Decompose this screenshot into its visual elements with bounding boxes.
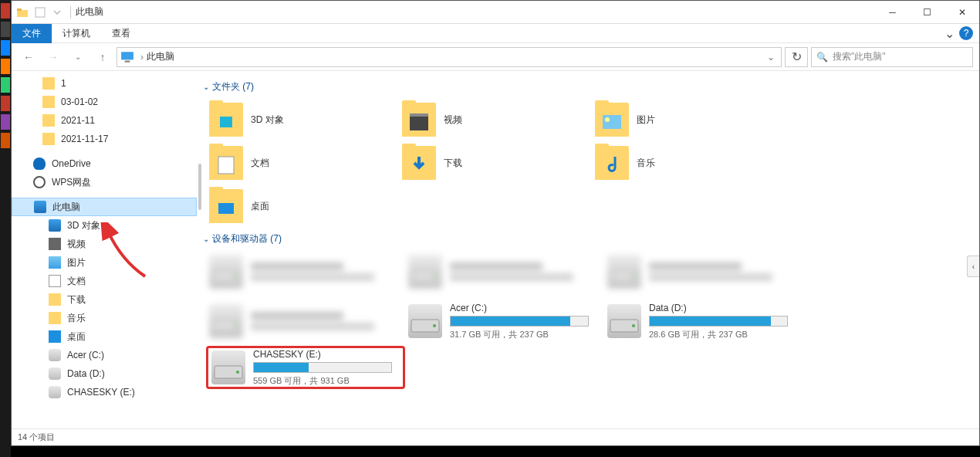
drive-available: 28.6 GB 可用，共 237 GB	[649, 329, 788, 340]
sidebar-item-3d-[interactable]: 3D 对象	[12, 216, 197, 235]
sidebar-item--[interactable]: 音乐	[12, 309, 197, 327]
sidebar-item--[interactable]: 图片	[12, 253, 197, 272]
drive-icon	[211, 350, 245, 384]
up-button[interactable]: ↑	[92, 46, 113, 68]
content-pane[interactable]: ⌄ 文件夹 (7) 3D 对象视频图片文档下载音乐桌面 ⌄ 设备和驱动器 (7)…	[201, 71, 979, 428]
ic-folder-s-icon	[42, 114, 55, 127]
folder-item[interactable]: 视频	[402, 98, 595, 141]
sidebar-item-acer-c-[interactable]: Acer (C:)	[12, 346, 197, 364]
drive-item[interactable]	[209, 250, 402, 293]
drive-icon	[209, 304, 243, 338]
sidebar-item-label: 桌面	[67, 330, 86, 344]
svg-rect-14	[218, 157, 234, 174]
svg-point-30	[632, 324, 635, 327]
chevron-down-icon: ⌄	[203, 83, 209, 91]
sidebar-item--[interactable]: 下载	[12, 290, 197, 309]
ic-desktop-icon	[49, 330, 61, 343]
sidebar-item-onedrive[interactable]: OneDrive	[12, 154, 197, 173]
ic-doc-icon	[49, 275, 61, 287]
folder-item[interactable]: 文档	[209, 141, 402, 184]
tab-computer[interactable]: 计算机	[52, 24, 101, 43]
status-bar: 14 个项目	[12, 428, 979, 445]
section-folders[interactable]: ⌄ 文件夹 (7)	[201, 76, 972, 98]
ribbon-tabs: 文件 计算机 查看 ⌄ ?	[12, 24, 979, 43]
drive-usage-bar	[649, 316, 788, 327]
recent-dropdown[interactable]: ⌄	[67, 46, 89, 68]
ribbon-collapse-icon[interactable]: ⌄	[945, 26, 955, 41]
drive-item[interactable]: CHASESKY (E:)559 GB 可用，共 931 GB	[206, 346, 405, 389]
panel-handle[interactable]: ‹	[967, 256, 979, 277]
sidebar-item-label: Acer (C:)	[67, 350, 104, 361]
sidebar-item-2021-11[interactable]: 2021-11	[12, 111, 197, 130]
folder-item[interactable]: 音乐	[595, 141, 788, 184]
qat-icon-1[interactable]	[34, 6, 46, 19]
drive-item[interactable]: Acer (C:)31.7 GB 可用，共 237 GB	[408, 300, 601, 343]
tab-view[interactable]: 查看	[101, 24, 141, 43]
folder-icon	[595, 146, 629, 180]
svg-rect-11	[603, 115, 621, 129]
drive-icon	[408, 255, 442, 289]
drive-available: 31.7 GB 可用，共 237 GB	[450, 329, 589, 340]
sidebar-item--[interactable]: 文档	[12, 272, 197, 290]
svg-point-24	[632, 275, 635, 278]
drive-icon	[607, 255, 641, 289]
sidebar-item-2021-11-17[interactable]: 2021-11-17	[12, 130, 197, 148]
qat-dropdown-icon[interactable]	[51, 6, 63, 19]
breadcrumb[interactable]: 此电脑	[147, 50, 174, 63]
item-count: 14 个项目	[18, 432, 55, 443]
sidebar-item-chasesky-e-[interactable]: CHASESKY (E:)	[12, 383, 197, 401]
drive-item[interactable]: Data (D:)28.6 GB 可用，共 237 GB	[607, 300, 800, 343]
this-pc-icon	[120, 50, 134, 64]
drive-name: CHASESKY (E:)	[253, 349, 392, 360]
folder-icon	[209, 146, 243, 180]
folder-icon	[402, 103, 436, 137]
sidebar-item--[interactable]: 桌面	[12, 327, 197, 346]
sidebar-item-wps-[interactable]: WPS网盘	[12, 173, 197, 191]
folder-label: 文档	[251, 157, 269, 170]
section-devices[interactable]: ⌄ 设备和驱动器 (7)	[201, 228, 972, 250]
folder-icon	[402, 146, 436, 180]
sidebar-item--[interactable]: 视频	[12, 235, 197, 253]
sidebar-item-03-01-02[interactable]: 03-01-02	[12, 93, 197, 111]
sidebar-item-1[interactable]: 1	[12, 74, 197, 93]
help-button[interactable]: ?	[959, 26, 973, 40]
title-bar: 此电脑 ─ ☐ ✕	[12, 1, 979, 24]
ic-drive-icon	[49, 386, 61, 398]
folder-item[interactable]: 图片	[595, 98, 788, 141]
search-input[interactable]: 🔍 搜索"此电脑"	[811, 47, 973, 67]
sidebar-item-data-d-[interactable]: Data (D:)	[12, 364, 197, 383]
close-button[interactable]: ✕	[945, 1, 979, 24]
navigation-pane[interactable]: 103-01-022021-112021-11-17OneDriveWPS网盘此…	[12, 71, 197, 428]
folder-icon	[209, 189, 243, 223]
drive-icon	[408, 304, 442, 338]
search-icon: 🔍	[816, 52, 828, 63]
folder-label: 3D 对象	[251, 113, 284, 127]
drive-usage-bar	[253, 362, 392, 373]
folder-item[interactable]: 3D 对象	[209, 98, 402, 141]
drive-name: Acer (C:)	[450, 303, 589, 313]
back-button[interactable]: ←	[18, 46, 39, 68]
drive-item[interactable]	[408, 250, 601, 293]
address-bar[interactable]: › 此电脑 ⌄	[117, 47, 782, 67]
svg-point-28	[433, 324, 436, 327]
explorer-window: 此电脑 ─ ☐ ✕ 文件 计算机 查看 ⌄ ? ← → ⌄ ↑ › 此电脑 ⌄ …	[11, 0, 980, 446]
drive-item[interactable]	[209, 300, 402, 343]
folder-item[interactable]: 下载	[402, 141, 595, 184]
svg-rect-1	[17, 8, 22, 11]
svg-rect-0	[17, 10, 28, 17]
refresh-button[interactable]: ↻	[785, 47, 808, 67]
sidebar-item-label: 下载	[67, 293, 86, 306]
drive-item[interactable]	[607, 250, 800, 293]
ic-down-icon	[49, 293, 61, 306]
address-dropdown-icon[interactable]: ⌄	[761, 52, 781, 63]
drive-icon	[209, 255, 243, 289]
tab-file[interactable]: 文件	[12, 24, 52, 43]
maximize-button[interactable]: ☐	[910, 1, 945, 24]
minimize-button[interactable]: ─	[875, 1, 910, 24]
svg-rect-2	[35, 8, 45, 17]
folder-label: 图片	[637, 113, 655, 127]
folder-item[interactable]: 桌面	[209, 184, 402, 228]
sidebar-item--[interactable]: 此电脑	[12, 198, 197, 216]
sidebar-item-label: CHASESKY (E:)	[67, 387, 135, 398]
forward-button[interactable]: →	[42, 46, 64, 68]
